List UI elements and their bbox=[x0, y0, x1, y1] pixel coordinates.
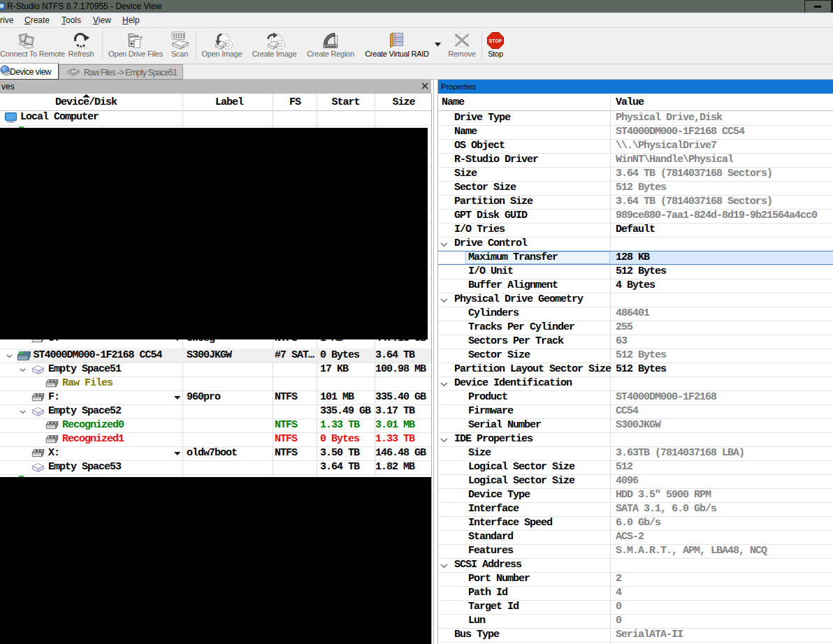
svg-text:STOP: STOP bbox=[489, 38, 502, 43]
